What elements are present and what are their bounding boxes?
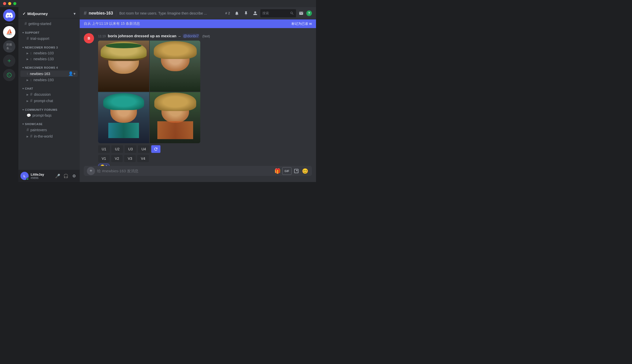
category-chat[interactable]: ▾ CHAT [18,83,80,91]
text-channel-icon: # [25,21,27,26]
new-messages-banner[interactable]: 自从 上午11:19 以来有 15 条新消息 标记为已读 ✉ [80,19,316,28]
settings-button[interactable]: ⚙ [71,172,78,179]
channel-item-getting-started[interactable]: # getting-started [20,21,78,27]
add-member-header-button[interactable] [251,9,259,17]
mute-button[interactable]: 🎤 [54,172,61,179]
channel-item-newbies-163[interactable]: ⫶ newbies-163 👤+ [20,70,78,77]
server-list: ⛵ 的服务… + [0,7,18,182]
channel-item-newbies-133[interactable]: ▶ ⫶ newbies-133 [20,56,78,62]
titlebar [0,0,316,7]
text-channel-icon-trial: # [27,36,29,41]
u3-button[interactable]: U3 [125,145,136,153]
channel-item-newbies-103[interactable]: ▶ ⫶ newbies-103 [20,50,78,56]
server-icon-discord[interactable] [3,9,15,21]
search-label: 搜索 [262,11,269,16]
server-icon-explore[interactable] [3,69,15,81]
username-label: LittleJay [31,173,52,176]
channel-list-body: # getting-started ▾ SUPPORT # trial-supp… [18,18,80,170]
category-arrow-support: ▾ [22,31,24,34]
reaction-grinning[interactable]: 😄 1 [98,164,110,166]
category-arrow-community-forums: ▾ [22,108,24,111]
deafen-button[interactable]: 🎧 [62,172,69,179]
search-button[interactable]: 搜索 [260,9,296,17]
image-cell-4[interactable] [150,92,200,143]
help-button[interactable]: ? [306,10,312,16]
channel-item-paintovers[interactable]: # paintovers [20,127,78,133]
add-attachment-button[interactable]: + [87,167,95,175]
thread-channel-icon-193: ⫶ [30,78,32,82]
text-channel-icon-in-the-world: # [30,134,32,139]
message-group-1: B 11:19 boris johnson dressed up as mexi… [80,32,316,166]
server-label-service: 的服务… [4,43,14,50]
sticker-button[interactable] [292,167,300,175]
thread-count-label: 2 [228,11,230,15]
server-icon-add[interactable]: + [3,55,15,67]
v3-button[interactable]: V3 [124,155,136,162]
message-text-preview-1: boris johnson dressed up as mexican – @d… [108,33,210,39]
channel-description: Bot room for new users. Type /imagine th… [119,11,221,15]
channel-item-prompt-faqs[interactable]: 💬 prompt-faqs [20,113,78,118]
category-community-forums[interactable]: ▾ COMMUNITY FORUMS [18,104,80,112]
collapse-arrow-in-the-world: ▶ [27,135,29,138]
channel-list: ✓ Midjourney ▾ # getting-started ▾ SUPPO… [18,7,80,182]
minimize-button[interactable] [8,2,11,5]
server-icon-service[interactable]: 的服务… [3,40,15,53]
notification-button[interactable] [233,9,241,17]
channel-label-prompt-chat: prompt-chat [34,99,76,103]
category-label-showcase: SHOWCASE [25,123,43,126]
image-cell-2[interactable] [150,41,200,92]
channel-item-trial-support[interactable]: # trial-support [20,35,78,42]
message-input[interactable] [97,166,272,176]
header-actions: # 2 [224,9,312,17]
server-name-header[interactable]: ✓ Midjourney ▾ [18,7,80,18]
mark-read-button[interactable]: 标记为已读 ✉ [291,21,312,26]
channel-label-newbies-133: newbies-133 [33,57,76,61]
inbox-button[interactable] [297,9,305,17]
gif-button[interactable]: GIF [282,167,291,175]
category-newcomer4[interactable]: ▾ NEWCOMER ROOMS 4 [18,62,80,70]
v1-button[interactable]: V1 [98,155,110,162]
add-member-icon[interactable]: 👤+ [68,71,76,76]
v4-button[interactable]: V4 [137,155,149,162]
channel-item-discussion[interactable]: ▶ # discussion [20,91,78,98]
image-cell-1[interactable] [98,41,149,92]
emoji-button[interactable]: 😊 [301,167,309,175]
mark-read-icon: ✉ [309,22,312,26]
collapse-arrow-103: ▶ [27,52,29,55]
close-button[interactable] [3,2,6,5]
server-icon-boat[interactable]: ⛵ [3,26,15,38]
chat-input-actions: 🎁 GIF 😊 [274,167,309,175]
text-channel-icon-paintovers: # [27,128,29,132]
variation-buttons: V1 V2 V3 V4 [98,155,312,162]
message-reactions-1: 😄 1 [98,164,312,166]
image-cell-3[interactable] [98,92,149,143]
channel-item-prompt-chat[interactable]: ▶ # prompt-chat [20,98,78,104]
chat-header: # newbies-163 Bot room for new users. Ty… [80,7,316,19]
thread-count-button[interactable]: # 2 [224,9,232,17]
channel-item-in-the-world[interactable]: ▶ # in-the-world [20,133,78,139]
app-body: ⛵ 的服务… + ✓ Midjourney ▾ # getting-starte… [0,7,316,182]
gift-button[interactable]: 🎁 [274,167,281,175]
category-label-support: SUPPORT [25,31,40,34]
maximize-button[interactable] [13,2,16,5]
message-bold-text-1: boris johnson dressed up as mexican [108,34,176,38]
channel-label-newbies-163: newbies-163 [30,72,67,76]
thread-channel-icon-133: ⫶ [30,57,32,61]
message-header-1: 11:19 boris johnson dressed up as mexica… [98,33,312,39]
u2-button[interactable]: U2 [111,145,123,153]
message-label-1: (fast) [202,34,210,38]
v2-button[interactable]: V2 [111,155,123,162]
pin-button[interactable] [242,9,250,17]
refresh-button[interactable] [151,145,160,153]
channel-label-newbies-103: newbies-103 [33,51,76,55]
message-time-1: 11:19 [98,34,106,38]
u1-button[interactable]: U1 [98,145,110,153]
user-tag-label: #9896 [31,176,52,179]
category-showcase[interactable]: ▾ SHOWCASE [18,118,80,127]
category-newcomer3[interactable]: ▾ NEWCOMER ROOMS 3 [18,42,80,50]
u4-button[interactable]: U4 [138,145,150,153]
category-support[interactable]: ▾ SUPPORT [18,27,80,35]
mark-read-label: 标记为已读 [291,21,308,26]
channel-item-newbies-193[interactable]: ▶ ⫶ newbies-193 [20,77,78,83]
text-channel-icon-prompt-chat: # [30,99,32,103]
